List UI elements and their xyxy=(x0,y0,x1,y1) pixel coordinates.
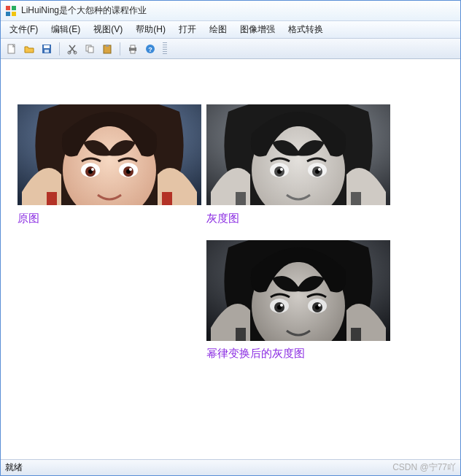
paste-icon[interactable] xyxy=(99,41,115,57)
svg-rect-54 xyxy=(351,328,361,341)
toolbar-separator xyxy=(59,42,60,55)
svg-rect-11 xyxy=(88,47,93,53)
menu-file[interactable]: 文件(F) xyxy=(4,22,44,37)
menu-help[interactable]: 帮助(H) xyxy=(130,22,171,37)
svg-rect-41 xyxy=(236,192,246,205)
svg-rect-53 xyxy=(236,328,246,341)
status-ready: 就绪 xyxy=(5,461,23,474)
power-law-image xyxy=(206,240,390,341)
help-icon[interactable]: ? xyxy=(142,41,158,57)
original-label: 原图 xyxy=(18,212,39,226)
svg-point-40 xyxy=(318,168,321,171)
svg-rect-16 xyxy=(131,50,135,53)
menu-enhance[interactable]: 图像增强 xyxy=(234,22,281,37)
menu-view[interactable]: 视图(V) xyxy=(88,22,128,37)
save-icon[interactable] xyxy=(39,41,55,57)
copy-icon[interactable] xyxy=(82,41,98,57)
app-icon xyxy=(5,5,17,17)
print-icon[interactable] xyxy=(125,41,141,57)
svg-rect-6 xyxy=(44,45,50,48)
statusbar: 就绪 CSDN @宁77吖 xyxy=(1,459,460,475)
svg-rect-0 xyxy=(6,6,10,10)
svg-rect-3 xyxy=(12,12,16,16)
menu-format[interactable]: 格式转换 xyxy=(282,22,329,37)
svg-point-51 xyxy=(280,304,283,307)
workarea: 原图 xyxy=(1,59,460,459)
original-image xyxy=(18,104,201,205)
cut-icon[interactable] xyxy=(64,41,80,57)
svg-rect-30 xyxy=(162,192,172,205)
svg-rect-1 xyxy=(12,6,16,10)
menubar: 文件(F) 编辑(E) 视图(V) 帮助(H) 打开 绘图 图像增强 格式转换 xyxy=(1,21,460,39)
svg-point-28 xyxy=(129,168,132,171)
toolbar-grip[interactable] xyxy=(163,42,167,55)
toolbar: ? xyxy=(1,39,460,59)
toolbar-separator xyxy=(120,42,120,55)
grayscale-image xyxy=(206,104,390,205)
svg-rect-15 xyxy=(131,45,135,48)
grayscale-label: 灰度图 xyxy=(206,212,239,226)
svg-rect-42 xyxy=(351,192,361,205)
svg-point-52 xyxy=(318,304,321,307)
svg-point-27 xyxy=(91,168,94,171)
watermark: CSDN @宁77吖 xyxy=(392,461,456,474)
titlebar: LiHuiNing是个大怨种的课程作业 xyxy=(1,1,460,21)
power-law-label: 幂律变换后的灰度图 xyxy=(206,347,305,361)
svg-rect-13 xyxy=(106,45,109,47)
svg-rect-7 xyxy=(44,50,49,53)
svg-rect-29 xyxy=(47,192,57,205)
window-title: LiHuiNing是个大怨种的课程作业 xyxy=(21,4,147,17)
new-file-icon[interactable] xyxy=(4,41,20,57)
svg-rect-2 xyxy=(6,12,10,16)
menu-open[interactable]: 打开 xyxy=(173,22,202,37)
svg-text:?: ? xyxy=(148,46,152,53)
menu-draw[interactable]: 绘图 xyxy=(204,22,233,37)
menu-edit[interactable]: 编辑(E) xyxy=(45,22,86,37)
svg-point-39 xyxy=(280,168,283,171)
open-folder-icon[interactable] xyxy=(21,41,37,57)
